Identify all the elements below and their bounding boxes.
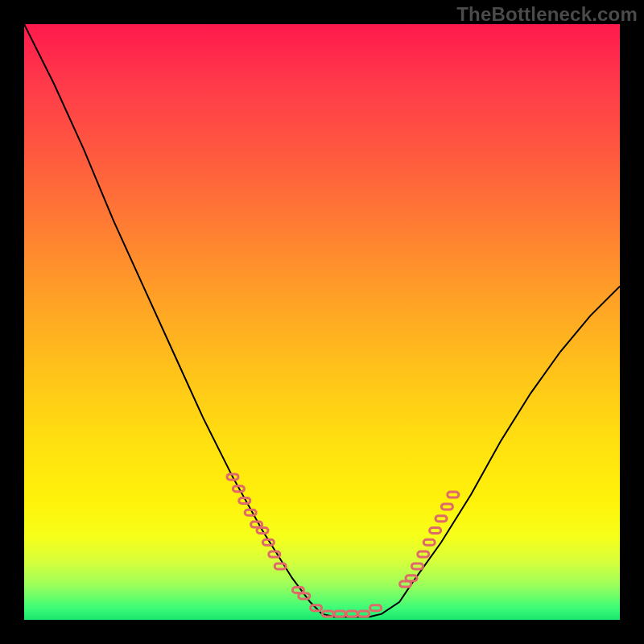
curve-marker (423, 539, 435, 545)
watermark-text: TheBottleneck.com (456, 3, 638, 26)
curve-marker (245, 510, 256, 515)
curve-marker (436, 516, 447, 522)
bottleneck-curve-svg (24, 24, 620, 620)
curve-marker (299, 593, 310, 599)
curve-marker (239, 498, 250, 504)
chart-frame: TheBottleneck.com (0, 0, 644, 644)
bottleneck-curve (24, 24, 620, 617)
curve-marker (411, 564, 423, 569)
curve-marker (418, 551, 429, 557)
curve-marker (346, 611, 357, 617)
curve-marker (370, 605, 382, 611)
curve-marker (269, 551, 280, 557)
curve-group (24, 24, 620, 617)
curve-marker (334, 611, 345, 617)
plot-area (24, 24, 620, 620)
curve-marker (448, 492, 459, 497)
curve-marker (262, 539, 274, 545)
markers-right (400, 492, 459, 587)
curve-marker (430, 528, 441, 534)
markers-bottom (292, 588, 381, 617)
curve-marker (441, 504, 452, 510)
curve-marker (358, 611, 369, 617)
